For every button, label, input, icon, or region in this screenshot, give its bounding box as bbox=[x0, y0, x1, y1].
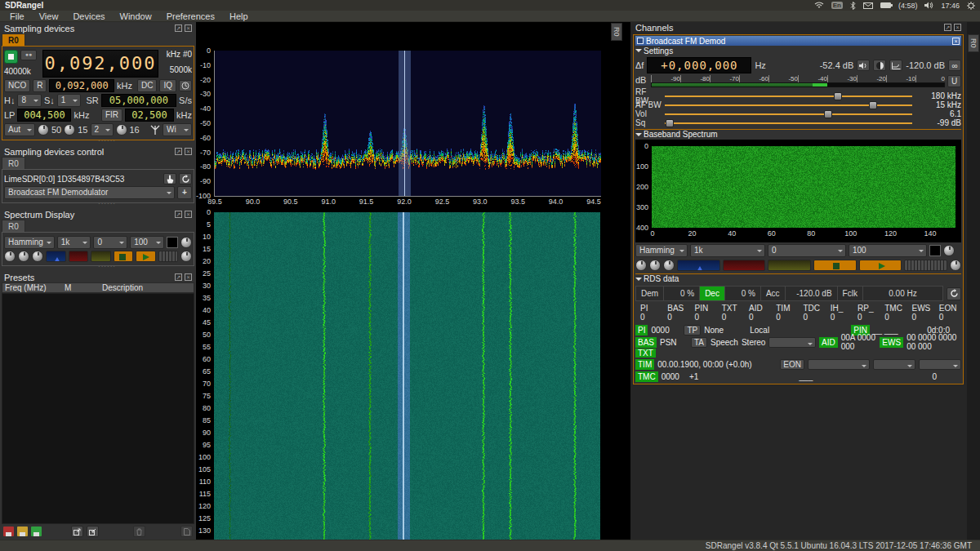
rf-bw-slider[interactable] bbox=[665, 92, 912, 100]
nco-button[interactable]: NCO bbox=[4, 79, 30, 92]
presets-list[interactable] bbox=[2, 293, 194, 524]
baseband-waterfall-plot[interactable] bbox=[652, 146, 956, 228]
undock-icon[interactable]: ↗ bbox=[175, 211, 182, 218]
undock-icon[interactable]: ↗ bbox=[175, 148, 182, 155]
delete-preset-button[interactable] bbox=[133, 526, 145, 537]
hide-icon[interactable]: × bbox=[185, 273, 192, 281]
device-reload-button[interactable] bbox=[179, 173, 192, 184]
center-frequency-display[interactable]: 0,092,000 bbox=[42, 50, 158, 78]
histogram-mode-button[interactable] bbox=[46, 251, 66, 262]
control-tab-r0[interactable]: R0 bbox=[2, 157, 25, 169]
menu-item-2[interactable]: Devices bbox=[66, 11, 111, 21]
squelch-loop-button[interactable]: ∞ bbox=[948, 60, 961, 71]
delta-f-display[interactable]: +0,000,000 bbox=[647, 57, 751, 73]
spectrum-vertical-tab-r0[interactable]: R0 bbox=[611, 23, 622, 41]
bb-fft-select[interactable]: 1k bbox=[690, 244, 765, 257]
af-bw-handle[interactable] bbox=[869, 101, 877, 109]
wifi-icon[interactable] bbox=[814, 2, 824, 9]
volume-icon[interactable] bbox=[924, 2, 933, 9]
combo-mode-button[interactable] bbox=[91, 251, 111, 262]
lp-filter-display[interactable]: 004,500 bbox=[17, 109, 71, 122]
bb-grid-button[interactable] bbox=[904, 260, 947, 271]
rds-section-header[interactable]: RDS data bbox=[635, 273, 961, 283]
squelch-slider[interactable] bbox=[665, 119, 912, 127]
fir-filter-display[interactable]: 02,500 bbox=[125, 109, 174, 122]
undock-icon[interactable]: ↗ bbox=[944, 24, 951, 31]
menu-item-3[interactable]: Window bbox=[114, 11, 158, 21]
volume-slider[interactable] bbox=[665, 110, 912, 118]
close-channel-icon[interactable]: × bbox=[952, 38, 960, 45]
panel-splitter[interactable] bbox=[2, 203, 194, 209]
presets-col-freq[interactable]: Freq (MHz) bbox=[2, 283, 65, 292]
add-channel-button[interactable]: + bbox=[177, 186, 192, 199]
bb-decay-knob[interactable] bbox=[635, 260, 647, 271]
pga-gain-knob[interactable] bbox=[116, 124, 127, 136]
rds-decoder-button[interactable]: Dec bbox=[700, 287, 725, 300]
averaging-select[interactable]: 0 bbox=[93, 236, 127, 249]
meter-units-button[interactable]: U bbox=[947, 75, 961, 87]
rds-eon-select-3[interactable] bbox=[919, 359, 961, 370]
bb-waterfall-mode-button[interactable] bbox=[723, 260, 766, 271]
device-tab-r0[interactable]: R0 bbox=[2, 33, 25, 46]
bb-grid-knob[interactable] bbox=[950, 260, 961, 271]
export-preset-button[interactable] bbox=[71, 526, 83, 537]
squelch-handle[interactable] bbox=[666, 119, 674, 127]
undock-icon[interactable]: ↗ bbox=[175, 24, 182, 32]
save-preset-green-icon[interactable] bbox=[31, 527, 42, 536]
record-button[interactable]: ●● bbox=[20, 50, 37, 60]
bb-range-knob[interactable] bbox=[663, 260, 675, 271]
panel-splitter[interactable] bbox=[2, 266, 194, 272]
bb-max-hold-button[interactable] bbox=[859, 260, 902, 271]
grid-intensity-knob[interactable] bbox=[180, 251, 192, 262]
mail-icon[interactable] bbox=[863, 2, 873, 9]
save-preset-yellow-icon[interactable] bbox=[17, 527, 28, 536]
hide-icon[interactable]: × bbox=[185, 148, 192, 155]
max-hold-button[interactable] bbox=[136, 251, 156, 262]
fft-size-select[interactable]: 1k bbox=[57, 236, 91, 249]
transverter-clock-button[interactable] bbox=[179, 80, 192, 91]
import-preset-button[interactable] bbox=[87, 526, 99, 537]
session-gear-icon[interactable] bbox=[967, 2, 975, 10]
rds-reset-button[interactable] bbox=[947, 287, 961, 300]
channel-plugin-select[interactable]: Broadcast FM Demodulator bbox=[4, 186, 175, 199]
settings-section-header[interactable]: Settings bbox=[635, 46, 961, 56]
bb-combo-mode-button[interactable] bbox=[768, 260, 811, 271]
bb-ref-swatch[interactable] bbox=[929, 245, 941, 256]
rf-spectrum-plot[interactable] bbox=[214, 51, 601, 197]
bfm-demod-titlebar[interactable]: Broadcast FM Demod × bbox=[635, 36, 961, 46]
presets-col-description[interactable]: Description bbox=[102, 283, 194, 292]
panel-splitter[interactable] bbox=[2, 140, 194, 146]
menu-item-1[interactable]: View bbox=[33, 11, 65, 21]
bb-window-select[interactable]: Hamming bbox=[635, 244, 688, 257]
af-bw-slider[interactable] bbox=[665, 101, 912, 109]
bb-invert-waterfall-button[interactable] bbox=[813, 260, 857, 271]
hw-decim-select[interactable]: 8 bbox=[17, 94, 42, 107]
battery-time[interactable]: (4:58) bbox=[898, 2, 918, 10]
rds-eon-button[interactable]: EON bbox=[780, 359, 804, 370]
range-knob[interactable] bbox=[32, 251, 43, 262]
preset-file-button[interactable] bbox=[180, 526, 193, 537]
menu-item-0[interactable]: File bbox=[3, 11, 31, 21]
hide-icon[interactable]: × bbox=[185, 211, 192, 218]
spectrum-tab-r0[interactable]: R0 bbox=[2, 220, 25, 232]
ref-level-knob[interactable] bbox=[180, 237, 192, 248]
baseband-section-header[interactable]: Baseband Spectrum bbox=[635, 129, 961, 139]
random-button[interactable]: R bbox=[33, 79, 47, 92]
rds-eon-select-2[interactable] bbox=[873, 359, 915, 370]
clock[interactable]: 17:46 bbox=[941, 2, 960, 10]
start-stop-button[interactable] bbox=[4, 50, 18, 64]
keyboard-layout-indicator[interactable]: En bbox=[831, 2, 843, 9]
rf-bw-handle[interactable] bbox=[834, 92, 842, 100]
fft-window-select[interactable]: Hamming bbox=[4, 236, 55, 249]
bluetooth-icon[interactable] bbox=[850, 2, 856, 10]
lna-gain-knob[interactable] bbox=[38, 124, 49, 136]
save-preset-red-icon[interactable] bbox=[3, 527, 14, 536]
refresh-select[interactable]: 100 bbox=[130, 236, 164, 249]
device-select-hand-button[interactable] bbox=[163, 173, 176, 184]
rf-waterfall-plot[interactable] bbox=[214, 212, 600, 551]
hide-icon[interactable]: × bbox=[185, 24, 192, 32]
sample-rate-display[interactable]: 05,000,000 bbox=[101, 94, 176, 107]
menu-item-4[interactable]: Preferences bbox=[160, 11, 221, 21]
fir-button[interactable]: FIR bbox=[101, 109, 122, 122]
hide-icon[interactable]: × bbox=[954, 24, 961, 31]
